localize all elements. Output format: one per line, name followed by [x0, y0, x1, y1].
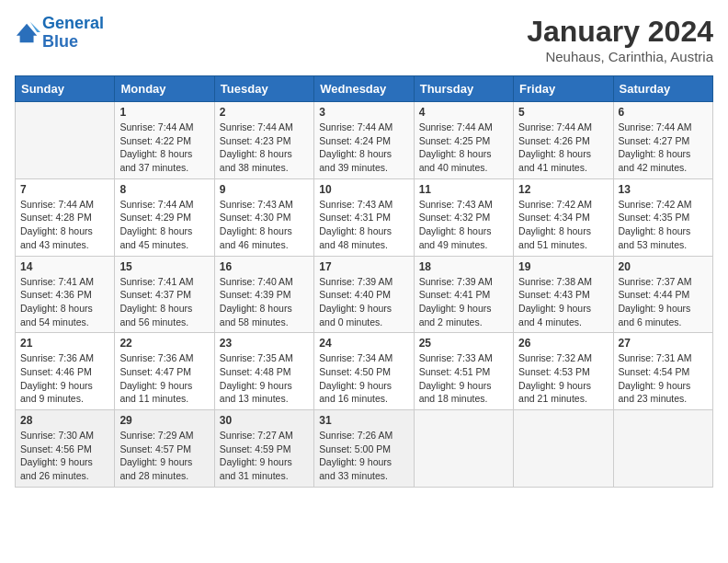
day-number: 8 — [119, 183, 209, 196]
day-number: 17 — [319, 260, 408, 273]
calendar-week-row: 1Sunrise: 7:44 AMSunset: 4:22 PMDaylight… — [16, 102, 713, 179]
day-number: 23 — [220, 337, 309, 350]
calendar-cell: 10Sunrise: 7:43 AMSunset: 4:31 PMDayligh… — [314, 178, 414, 256]
day-number: 3 — [319, 106, 408, 119]
day-details: Sunrise: 7:36 AMSunset: 4:47 PMDaylight:… — [119, 351, 209, 406]
calendar-table: SundayMondayTuesdayWednesdayThursdayFrid… — [15, 75, 713, 488]
logo-icon — [15, 20, 40, 46]
day-details: Sunrise: 7:29 AMSunset: 4:57 PMDaylight:… — [119, 429, 209, 483]
month-title: January 2024 — [527, 15, 713, 49]
calendar-cell: 16Sunrise: 7:40 AMSunset: 4:39 PMDayligh… — [214, 256, 313, 333]
weekday-header-friday: Friday — [514, 76, 613, 102]
calendar-cell: 30Sunrise: 7:27 AMSunset: 4:59 PMDayligh… — [214, 410, 313, 488]
day-number: 27 — [619, 337, 708, 350]
day-details: Sunrise: 7:43 AMSunset: 4:32 PMDaylight:… — [419, 198, 508, 252]
day-number: 5 — [518, 106, 608, 119]
day-details: Sunrise: 7:44 AMSunset: 4:27 PMDaylight:… — [619, 121, 708, 175]
day-number: 14 — [20, 260, 109, 273]
calendar-cell: 7Sunrise: 7:44 AMSunset: 4:28 PMDaylight… — [16, 178, 115, 256]
calendar-cell: 3Sunrise: 7:44 AMSunset: 4:24 PMDaylight… — [314, 102, 414, 179]
logo-line2: Blue — [42, 32, 78, 51]
calendar-cell: 4Sunrise: 7:44 AMSunset: 4:25 PMDaylight… — [414, 102, 513, 179]
day-details: Sunrise: 7:42 AMSunset: 4:35 PMDaylight:… — [619, 198, 708, 252]
logo-text: General Blue — [42, 15, 104, 52]
day-number: 19 — [518, 260, 608, 273]
day-number: 31 — [319, 414, 408, 427]
day-details: Sunrise: 7:39 AMSunset: 4:41 PMDaylight:… — [419, 275, 508, 329]
calendar-cell: 2Sunrise: 7:44 AMSunset: 4:23 PMDaylight… — [214, 102, 313, 179]
day-details: Sunrise: 7:39 AMSunset: 4:40 PMDaylight:… — [319, 275, 408, 329]
calendar-cell: 5Sunrise: 7:44 AMSunset: 4:26 PMDaylight… — [514, 102, 613, 179]
day-details: Sunrise: 7:44 AMSunset: 4:29 PMDaylight:… — [119, 198, 209, 252]
logo: General Blue — [15, 15, 104, 52]
page-header: General Blue January 2024 Neuhaus, Carin… — [15, 15, 713, 64]
calendar-cell: 25Sunrise: 7:33 AMSunset: 4:51 PMDayligh… — [414, 333, 513, 410]
weekday-header-thursday: Thursday — [414, 76, 513, 102]
day-details: Sunrise: 7:27 AMSunset: 4:59 PMDaylight:… — [220, 429, 309, 483]
day-number: 2 — [220, 106, 309, 119]
calendar-header-row: SundayMondayTuesdayWednesdayThursdayFrid… — [16, 76, 713, 102]
day-details: Sunrise: 7:43 AMSunset: 4:30 PMDaylight:… — [220, 198, 309, 252]
day-number: 28 — [20, 414, 109, 427]
day-number: 16 — [220, 260, 309, 273]
calendar-cell: 21Sunrise: 7:36 AMSunset: 4:46 PMDayligh… — [16, 333, 115, 410]
calendar-cell: 20Sunrise: 7:37 AMSunset: 4:44 PMDayligh… — [613, 256, 712, 333]
day-number: 11 — [419, 183, 508, 196]
day-number: 15 — [119, 260, 209, 273]
calendar-week-row: 28Sunrise: 7:30 AMSunset: 4:56 PMDayligh… — [16, 410, 713, 488]
calendar-cell: 26Sunrise: 7:32 AMSunset: 4:53 PMDayligh… — [514, 333, 613, 410]
location-subtitle: Neuhaus, Carinthia, Austria — [527, 49, 713, 64]
day-details: Sunrise: 7:32 AMSunset: 4:53 PMDaylight:… — [518, 351, 608, 406]
calendar-cell: 19Sunrise: 7:38 AMSunset: 4:43 PMDayligh… — [514, 256, 613, 333]
day-details: Sunrise: 7:35 AMSunset: 4:48 PMDaylight:… — [220, 351, 309, 406]
weekday-header-tuesday: Tuesday — [214, 76, 313, 102]
day-number: 20 — [619, 260, 708, 273]
day-details: Sunrise: 7:40 AMSunset: 4:39 PMDaylight:… — [220, 275, 309, 329]
day-number: 26 — [518, 337, 608, 350]
day-number: 6 — [619, 106, 708, 119]
calendar-cell: 28Sunrise: 7:30 AMSunset: 4:56 PMDayligh… — [16, 410, 115, 488]
calendar-cell: 6Sunrise: 7:44 AMSunset: 4:27 PMDaylight… — [613, 102, 712, 179]
day-details: Sunrise: 7:44 AMSunset: 4:26 PMDaylight:… — [518, 121, 608, 175]
day-number: 25 — [419, 337, 508, 350]
calendar-cell: 11Sunrise: 7:43 AMSunset: 4:32 PMDayligh… — [414, 178, 513, 256]
calendar-cell: 18Sunrise: 7:39 AMSunset: 4:41 PMDayligh… — [414, 256, 513, 333]
day-number: 21 — [20, 337, 109, 350]
calendar-cell: 15Sunrise: 7:41 AMSunset: 4:37 PMDayligh… — [115, 256, 214, 333]
calendar-cell: 24Sunrise: 7:34 AMSunset: 4:50 PMDayligh… — [314, 333, 414, 410]
calendar-cell: 9Sunrise: 7:43 AMSunset: 4:30 PMDaylight… — [214, 178, 313, 256]
day-details: Sunrise: 7:31 AMSunset: 4:54 PMDaylight:… — [619, 351, 708, 406]
day-details: Sunrise: 7:41 AMSunset: 4:37 PMDaylight:… — [119, 275, 209, 329]
calendar-cell: 14Sunrise: 7:41 AMSunset: 4:36 PMDayligh… — [16, 256, 115, 333]
day-number: 29 — [119, 414, 209, 427]
day-details: Sunrise: 7:44 AMSunset: 4:28 PMDaylight:… — [20, 198, 109, 252]
calendar-cell: 8Sunrise: 7:44 AMSunset: 4:29 PMDaylight… — [115, 178, 214, 256]
day-details: Sunrise: 7:26 AMSunset: 5:00 PMDaylight:… — [319, 429, 408, 483]
day-details: Sunrise: 7:44 AMSunset: 4:25 PMDaylight:… — [419, 121, 508, 175]
day-details: Sunrise: 7:37 AMSunset: 4:44 PMDaylight:… — [619, 275, 708, 329]
calendar-week-row: 14Sunrise: 7:41 AMSunset: 4:36 PMDayligh… — [16, 256, 713, 333]
calendar-cell: 27Sunrise: 7:31 AMSunset: 4:54 PMDayligh… — [613, 333, 712, 410]
day-number: 22 — [119, 337, 209, 350]
calendar-cell: 29Sunrise: 7:29 AMSunset: 4:57 PMDayligh… — [115, 410, 214, 488]
calendar-cell: 17Sunrise: 7:39 AMSunset: 4:40 PMDayligh… — [314, 256, 414, 333]
day-details: Sunrise: 7:41 AMSunset: 4:36 PMDaylight:… — [20, 275, 109, 329]
calendar-cell — [414, 410, 513, 488]
calendar-cell: 1Sunrise: 7:44 AMSunset: 4:22 PMDaylight… — [115, 102, 214, 179]
day-details: Sunrise: 7:44 AMSunset: 4:23 PMDaylight:… — [220, 121, 309, 175]
title-block: January 2024 Neuhaus, Carinthia, Austria — [527, 15, 713, 64]
day-number: 30 — [220, 414, 309, 427]
calendar-week-row: 7Sunrise: 7:44 AMSunset: 4:28 PMDaylight… — [16, 178, 713, 256]
day-details: Sunrise: 7:44 AMSunset: 4:24 PMDaylight:… — [319, 121, 408, 175]
calendar-cell — [16, 102, 115, 179]
day-details: Sunrise: 7:43 AMSunset: 4:31 PMDaylight:… — [319, 198, 408, 252]
day-details: Sunrise: 7:42 AMSunset: 4:34 PMDaylight:… — [518, 198, 608, 252]
day-number: 12 — [518, 183, 608, 196]
calendar-cell — [613, 410, 712, 488]
day-number: 4 — [419, 106, 508, 119]
day-number: 10 — [319, 183, 408, 196]
day-details: Sunrise: 7:33 AMSunset: 4:51 PMDaylight:… — [419, 351, 508, 406]
day-details: Sunrise: 7:38 AMSunset: 4:43 PMDaylight:… — [518, 275, 608, 329]
day-number: 13 — [619, 183, 708, 196]
calendar-cell: 12Sunrise: 7:42 AMSunset: 4:34 PMDayligh… — [514, 178, 613, 256]
